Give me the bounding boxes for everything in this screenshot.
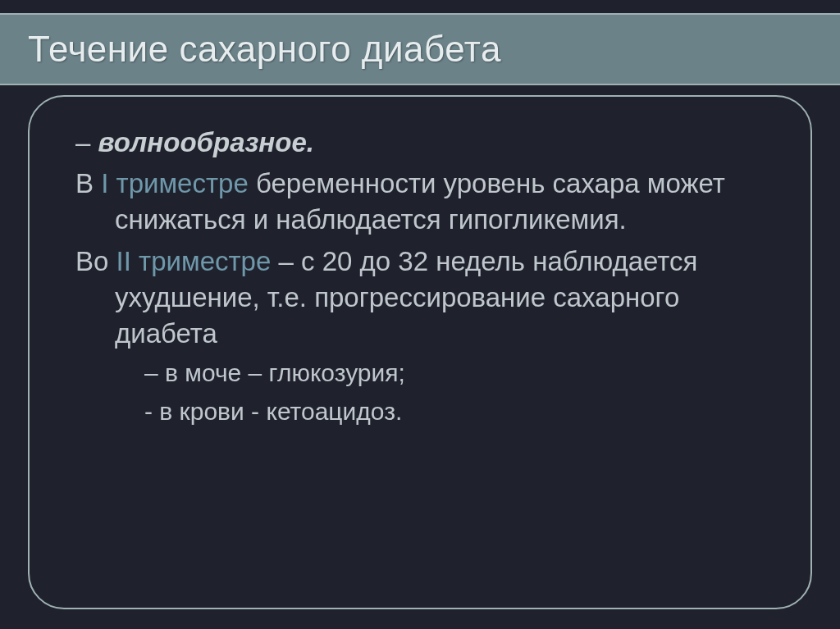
sub-bullet-blood: - в крови - кетоацидоз. [75,395,765,428]
sub-bullet-urine: – в моче – глюкозурия; [75,357,765,390]
body-text: – волнообразное. В I триместре беременно… [75,125,765,428]
t2-pre: Во [75,246,116,276]
bullet-wave: – волнообразное. [75,125,765,161]
dash: – [75,127,98,157]
t1-highlight: I триместре [101,168,249,198]
sub-bullet-blood-text: - в крови - кетоацидоз. [144,398,402,425]
para-trimester-2: Во II триместре – с 20 до 32 недель набл… [75,244,765,353]
sub-bullet-urine-text: – в моче – глюкозурия; [144,359,405,386]
slide-title: Течение сахарного диабета [28,29,501,70]
t2-highlight: II триместре [116,246,272,276]
t1-pre: В [75,168,101,198]
emphasis-wave: волнообразное. [98,127,314,157]
para-trimester-1: В I триместре беременности уровень сахар… [75,166,765,238]
title-bar: Течение сахарного диабета [0,13,840,85]
content-frame: – волнообразное. В I триместре беременно… [28,95,812,609]
slide: Течение сахарного диабета – волнообразно… [0,0,840,629]
